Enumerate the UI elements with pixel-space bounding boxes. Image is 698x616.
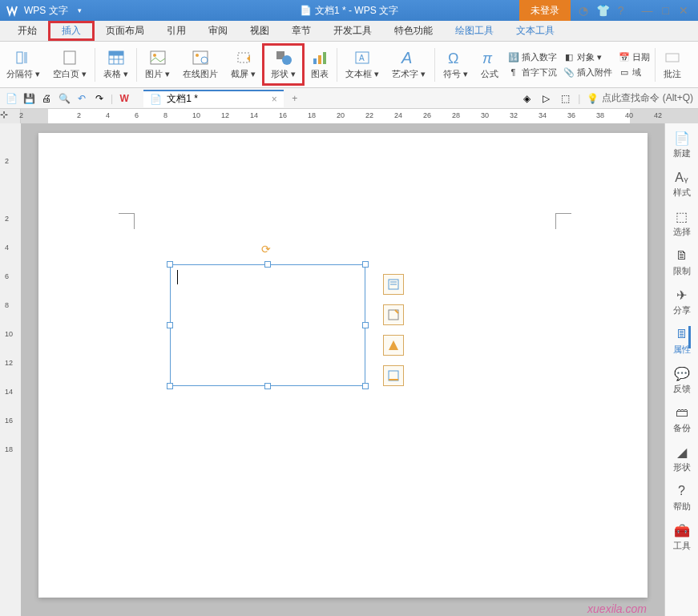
object-button[interactable]: ◧对象 ▾ [563, 50, 612, 64]
page[interactable]: ⟳ [38, 133, 648, 598]
sidepanel-style[interactable]: Aᵧ样式 [673, 169, 691, 199]
share-icon: ✈ [674, 287, 690, 303]
blank-page-button[interactable]: 空白页 ▾ [46, 43, 93, 86]
svg-rect-19 [318, 55, 321, 64]
undo-icon[interactable]: ↶ [75, 92, 88, 105]
cloud-icon[interactable]: ▷ [539, 92, 552, 105]
sidepanel-property[interactable]: 🗏属性 [673, 326, 691, 356]
separator-button[interactable]: 分隔符 ▾ [0, 43, 46, 86]
ruler-vertical[interactable]: 224681012141618 [0, 123, 21, 616]
doc-tab-icon: 📄 [150, 94, 162, 105]
picture-button[interactable]: 图片 ▾ [139, 43, 176, 86]
symbol-icon: Ω [446, 49, 464, 66]
ruler-corner[interactable]: ⊹ [0, 109, 21, 123]
nav-icon[interactable]: ◈ [520, 92, 533, 105]
app-logo-icon [5, 3, 19, 18]
new-icon: 📄 [674, 130, 690, 146]
tab-start[interactable]: 开始 [6, 21, 48, 41]
resize-handle-ne[interactable] [362, 261, 369, 268]
doc-icon: 📄 [300, 5, 312, 16]
close-button[interactable]: ✕ [679, 4, 688, 17]
sidepanel-shape[interactable]: ◢形状 [673, 444, 691, 473]
login-button[interactable]: 未登录 [519, 0, 571, 21]
mode-icon[interactable]: ⬚ [559, 92, 571, 105]
resize-handle-w[interactable] [167, 322, 173, 328]
field-icon: ▭ [619, 66, 630, 78]
help-icon[interactable]: ? [618, 4, 624, 17]
redo-icon[interactable]: ↷ [93, 92, 106, 105]
document-title: 📄 文档1 * - WPS 文字 [300, 4, 398, 18]
maximize-button[interactable]: □ [663, 4, 669, 17]
tab-chapter[interactable]: 章节 [280, 21, 322, 41]
tshirt-icon[interactable]: 👕 [596, 4, 610, 17]
selected-textbox[interactable]: ⟳ [170, 264, 365, 386]
table-icon [107, 49, 125, 66]
resize-handle-sw[interactable] [167, 383, 173, 389]
ribbon: 分隔符 ▾ 空白页 ▾ 表格 ▾ 图片 ▾ 在线图片 截屏 ▾ 形状 ▾ 图表 … [0, 42, 698, 88]
tab-references[interactable]: 引用 [155, 21, 197, 41]
wps-icon[interactable]: W [118, 92, 131, 105]
save-icon[interactable]: 💾 [22, 92, 35, 105]
tab-special[interactable]: 特色功能 [383, 21, 444, 41]
attachment-button[interactable]: 📎插入附件 [563, 66, 612, 79]
svg-rect-18 [313, 58, 317, 64]
wordart-button[interactable]: A 艺术字 ▾ [385, 43, 432, 86]
date-icon: 📅 [619, 51, 630, 62]
new-doc-icon[interactable]: 📄 [5, 92, 18, 105]
minimize-button[interactable]: — [642, 4, 653, 17]
sidepanel-tool[interactable]: 🧰工具 [673, 522, 691, 552]
table-button[interactable]: 表格 ▾ [97, 43, 135, 86]
sidepanel-feedback[interactable]: 💬反馈 [673, 365, 691, 395]
textbox-button[interactable]: A 文本框 ▾ [339, 43, 385, 86]
canvas[interactable]: ⟳ xuexila.com [21, 123, 664, 616]
tab-drawing-tools[interactable]: 绘图工具 [444, 21, 505, 41]
tab-layout[interactable]: 页面布局 [95, 21, 155, 41]
sidepanel-limit[interactable]: 🗎限制 [673, 248, 691, 277]
document-tab[interactable]: 📄 文档1 * × [143, 90, 284, 107]
resize-handle-s[interactable] [264, 383, 271, 389]
date-button[interactable]: 📅日期 [619, 50, 650, 64]
resize-handle-e[interactable] [362, 322, 369, 328]
tab-review[interactable]: 审阅 [197, 21, 239, 41]
shape-effects-button[interactable] [383, 365, 404, 386]
ruler-horizontal[interactable]: ⊹ 22468101214161820222426283032343638404… [0, 109, 698, 123]
symbol-button[interactable]: Ω 符号 ▾ [437, 43, 474, 86]
sidepanel-share[interactable]: ✈分享 [673, 287, 691, 316]
print-icon[interactable]: 🖨 [40, 92, 53, 105]
chart-button[interactable]: 图表 [305, 43, 335, 86]
resize-handle-nw[interactable] [167, 261, 173, 268]
online-picture-button[interactable]: 在线图片 [176, 43, 224, 86]
command-search[interactable]: 💡 点此查找命令 (Alt+Q) [587, 91, 693, 105]
sidepanel-backup[interactable]: 🗃备份 [673, 405, 691, 434]
field-button[interactable]: ▭域 [619, 66, 650, 79]
sidepanel-help[interactable]: ?帮助 [673, 483, 691, 513]
shape-outline-button[interactable] [383, 335, 404, 356]
tab-insert[interactable]: 插入 [48, 21, 95, 41]
sidepanel-new[interactable]: 📄新建 [673, 130, 691, 159]
annotate-button[interactable]: 批注 [657, 43, 688, 86]
insert-number-button[interactable]: 🔢插入数字 [508, 50, 557, 64]
add-tab-icon[interactable]: + [288, 92, 301, 105]
skin-icon[interactable]: ◔ [579, 4, 588, 17]
doc-tab-close-icon[interactable]: × [272, 94, 277, 105]
formula-button[interactable]: π 公式 [474, 43, 505, 86]
shapes-button[interactable]: 形状 ▾ [262, 43, 305, 86]
svg-point-17 [282, 55, 292, 65]
app-menu-dropdown-icon[interactable]: ▾ [78, 6, 82, 14]
screenshot-button[interactable]: 截屏 ▾ [224, 43, 262, 86]
style-icon: Aᵧ [674, 169, 690, 185]
resize-handle-n[interactable] [264, 261, 271, 268]
svg-text:π: π [482, 50, 493, 66]
layout-options-button[interactable] [383, 274, 404, 295]
text-cursor [177, 270, 178, 284]
tab-text-tools[interactable]: 文本工具 [505, 21, 566, 41]
tab-developer[interactable]: 开发工具 [322, 21, 383, 41]
resize-handle-se[interactable] [362, 383, 369, 389]
doc-tab-label: 文档1 * [167, 92, 198, 106]
print-preview-icon[interactable]: 🔍 [58, 92, 71, 105]
sidepanel-select[interactable]: ⬚选择 [673, 208, 691, 238]
shape-fill-button[interactable] [383, 304, 404, 325]
rotate-handle-icon[interactable]: ⟳ [261, 243, 274, 256]
dropcap-button[interactable]: ¶首字下沉 [508, 66, 557, 79]
tab-view[interactable]: 视图 [239, 21, 280, 41]
